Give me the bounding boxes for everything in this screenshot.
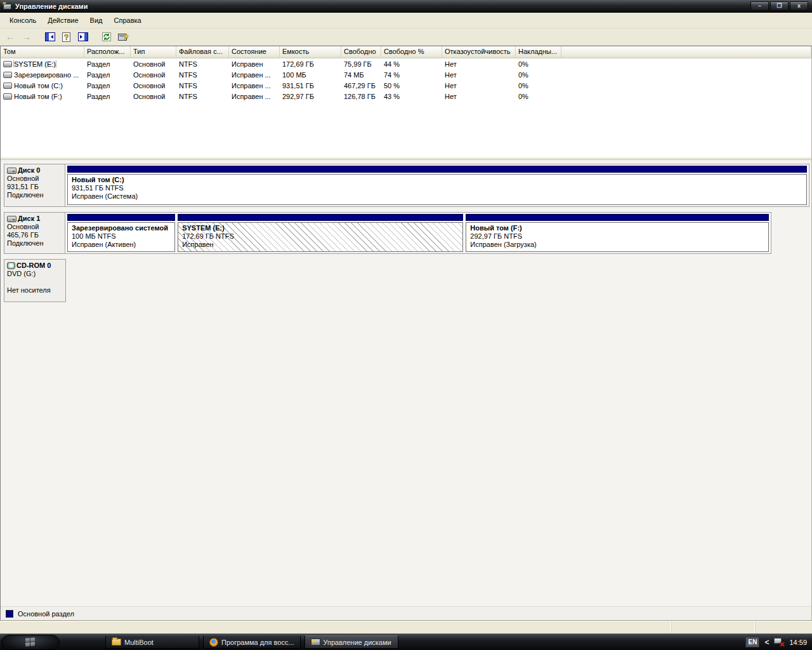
rescan-disks-icon[interactable] bbox=[115, 30, 131, 44]
volume-status: Исправен ... bbox=[229, 82, 280, 90]
network-disconnected-icon[interactable]: ✕ bbox=[774, 638, 784, 646]
primary-partition-swatch bbox=[6, 610, 13, 618]
column-header-status[interactable]: Состояние bbox=[229, 46, 280, 58]
menu-console[interactable]: Консоль bbox=[4, 15, 42, 26]
refresh-icon[interactable] bbox=[99, 30, 114, 44]
cdrom-status: Нет носителя bbox=[7, 286, 63, 295]
volume-name: Новый том (F:) bbox=[14, 93, 62, 100]
volume-icon bbox=[3, 61, 12, 67]
partition-status: Исправен (Система) bbox=[72, 192, 802, 201]
graphical-view: Диск 0 Основной 931,51 ГБ Подключен Новы… bbox=[1, 160, 811, 620]
toolbar: ← → ? bbox=[0, 29, 812, 46]
tray-expand-chevron[interactable]: < bbox=[764, 638, 769, 647]
column-header-free[interactable]: Свободно bbox=[341, 46, 381, 58]
volume-free: 75,99 ГБ bbox=[341, 60, 381, 68]
minimize-button[interactable]: – bbox=[750, 1, 769, 11]
partition-color-strip bbox=[466, 214, 769, 221]
cdrom-drive-letter: DVD (G:) bbox=[7, 270, 63, 278]
partition-system-reserved[interactable]: Зарезервировано системой 100 МБ NTFS Исп… bbox=[67, 214, 175, 252]
menu-action[interactable]: Действие bbox=[42, 15, 84, 26]
volume-free-pct: 50 % bbox=[381, 82, 442, 90]
disk-management-icon bbox=[311, 639, 320, 646]
column-header-type[interactable]: Тип bbox=[131, 46, 176, 58]
volume-capacity: 100 МБ bbox=[280, 71, 341, 79]
disk-name: Диск 0 bbox=[18, 166, 40, 175]
disk0-label-panel[interactable]: Диск 0 Основной 931,51 ГБ Подключен bbox=[4, 164, 65, 206]
column-header-layout[interactable]: Располож... bbox=[84, 46, 131, 58]
partition-system-e[interactable]: SYSTEM (E:) 172,69 ГБ NTFS Исправен bbox=[178, 214, 463, 252]
window-title: Управление дисками bbox=[15, 3, 88, 10]
volume-type: Основной bbox=[131, 82, 176, 90]
partition-c[interactable]: Новый том (C:) 931,51 ГБ NTFS Исправен (… bbox=[67, 166, 807, 205]
close-button[interactable]: x bbox=[790, 1, 808, 11]
column-header-free-pct[interactable]: Свободно % bbox=[381, 46, 442, 58]
disk-type: Основной bbox=[7, 223, 62, 231]
partition-status: Исправен (Активен) bbox=[72, 241, 171, 249]
volume-capacity: 172,69 ГБ bbox=[280, 60, 341, 68]
language-indicator[interactable]: EN bbox=[745, 637, 759, 647]
volume-free-pct: 74 % bbox=[381, 71, 442, 79]
taskbar-button-disk-management[interactable]: Управление дисками bbox=[304, 635, 398, 649]
column-header-fault-tolerance[interactable]: Отказоустойчивость bbox=[442, 46, 516, 58]
taskbar-button-program[interactable]: Программа для восс... bbox=[203, 635, 301, 649]
back-icon[interactable]: ← bbox=[3, 30, 18, 44]
taskbar-button-multiboot[interactable]: MultiBoot bbox=[105, 635, 199, 649]
volume-overhead: 0% bbox=[516, 71, 561, 79]
legend-label: Основной раздел bbox=[18, 610, 74, 618]
disk1-label-panel[interactable]: Диск 1 Основной 465,76 ГБ Подключен bbox=[4, 213, 65, 253]
legend-bar: Основной раздел bbox=[1, 606, 811, 620]
volume-type: Основной bbox=[131, 60, 176, 68]
column-header-volume[interactable]: Том bbox=[1, 46, 84, 58]
partition-f[interactable]: Новый том (F:) 292,97 ГБ NTFS Исправен (… bbox=[466, 214, 769, 252]
volume-free: 467,29 ГБ bbox=[341, 82, 381, 90]
disk-size: 465,76 ГБ bbox=[7, 231, 62, 239]
table-row[interactable]: Новый том (C:) Раздел Основной NTFS Испр… bbox=[1, 80, 811, 91]
svg-text:?: ? bbox=[64, 33, 69, 42]
partition-size: 292,97 ГБ NTFS bbox=[470, 232, 764, 241]
partition-status: Исправен bbox=[182, 241, 459, 249]
partition-size: 931,51 ГБ NTFS bbox=[72, 184, 802, 192]
volume-free: 126,78 ГБ bbox=[341, 93, 381, 100]
titlebar[interactable]: Управление дисками – ❐ x bbox=[0, 0, 812, 13]
volume-name: Новый том (C:) bbox=[14, 82, 63, 90]
clock[interactable]: 14:59 bbox=[789, 639, 807, 646]
help-icon[interactable]: ? bbox=[59, 30, 74, 44]
restore-button[interactable]: ❐ bbox=[770, 1, 789, 11]
disk-size: 931,51 ГБ bbox=[7, 183, 62, 191]
disk-icon bbox=[7, 216, 16, 222]
menu-bar: Консоль Действие Вид Справка bbox=[0, 13, 812, 29]
status-bar bbox=[0, 621, 812, 633]
partition-name: Новый том (C:) bbox=[72, 176, 802, 184]
disk-status: Подключен bbox=[7, 191, 62, 199]
disk-management-app-icon bbox=[3, 2, 13, 11]
table-row[interactable]: Зарезервировано ... Раздел Основной NTFS… bbox=[1, 69, 811, 80]
table-row[interactable]: SYSTEM (E:) Раздел Основной NTFS Исправе… bbox=[1, 58, 811, 69]
volume-capacity: 931,51 ГБ bbox=[280, 82, 341, 90]
column-header-filesystem[interactable]: Файловая с... bbox=[176, 46, 229, 58]
menu-view[interactable]: Вид bbox=[84, 15, 108, 26]
volume-type: Основной bbox=[131, 93, 176, 100]
start-button[interactable] bbox=[1, 635, 60, 650]
cdrom-label-panel[interactable]: CD-ROM 0 DVD (G:) Нет носителя bbox=[4, 260, 65, 302]
selected-partition-body: SYSTEM (E:) 172,69 ГБ NTFS Исправен bbox=[178, 222, 463, 252]
partition-name: Новый том (F:) bbox=[470, 224, 764, 232]
show-action-pane-icon[interactable] bbox=[75, 30, 91, 44]
table-row[interactable]: Новый том (F:) Раздел Основной NTFS Испр… bbox=[1, 91, 811, 102]
column-header-overhead[interactable]: Накладны... bbox=[516, 46, 561, 58]
disk-management-window: Управление дисками – ❐ x Консоль Действи… bbox=[0, 0, 812, 633]
forward-icon[interactable]: → bbox=[19, 30, 34, 44]
partition-color-strip bbox=[178, 214, 463, 221]
volume-layout: Раздел bbox=[84, 82, 131, 90]
volume-layout: Раздел bbox=[84, 71, 131, 79]
volume-capacity: 292,97 ГБ bbox=[280, 93, 341, 100]
column-header-capacity[interactable]: Емкость bbox=[280, 46, 341, 58]
menu-help[interactable]: Справка bbox=[108, 15, 147, 26]
volume-status: Исправен ... bbox=[229, 93, 280, 100]
cdrom-icon bbox=[7, 262, 15, 269]
status-pane bbox=[755, 621, 812, 633]
partition-size: 100 МБ NTFS bbox=[72, 232, 171, 241]
show-console-tree-icon[interactable] bbox=[43, 30, 58, 44]
volume-free-pct: 43 % bbox=[381, 93, 442, 100]
volume-list-header: Том Располож... Тип Файловая с... Состоя… bbox=[1, 46, 811, 58]
disk-status: Подключен bbox=[7, 239, 62, 248]
